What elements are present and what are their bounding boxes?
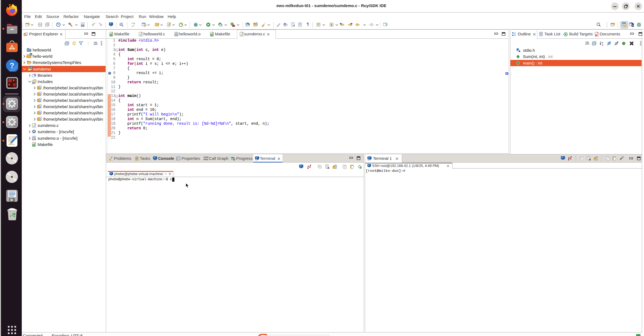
- svg-text:!: !: [27, 56, 27, 58]
- svg-text:z: z: [602, 44, 603, 46]
- svg-text:C: C: [624, 24, 626, 27]
- svg-text:010: 010: [81, 25, 84, 26]
- svg-text:PDF: PDF: [595, 34, 598, 36]
- svg-text:C: C: [144, 25, 146, 26]
- svg-text:?: ?: [10, 61, 14, 70]
